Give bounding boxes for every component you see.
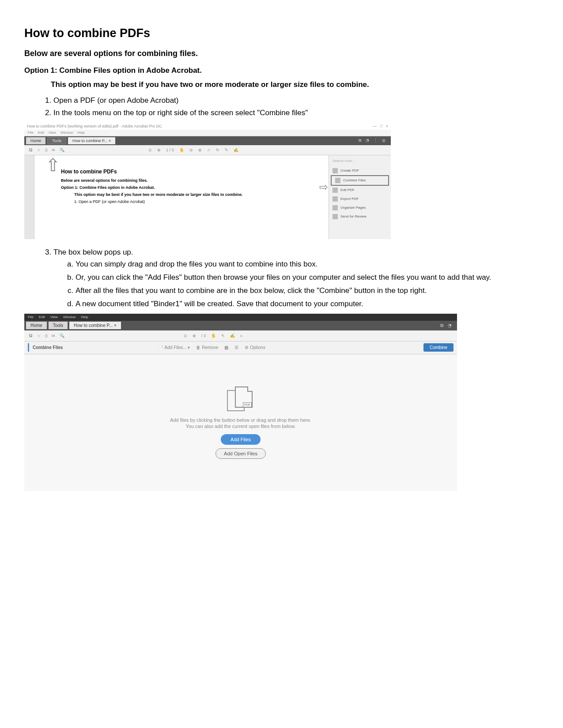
tab-tools[interactable]: Tools (47, 137, 66, 144)
combine-files-label: Combine Files (28, 343, 70, 352)
menu-window[interactable]: Window (60, 131, 73, 135)
export-pdf-icon (333, 196, 338, 202)
page-down2-icon[interactable]: ⊕ (193, 334, 196, 338)
menu2-help[interactable]: Help (81, 315, 88, 319)
tab2-home[interactable]: Home (26, 322, 47, 329)
more-icon[interactable]: ⋮ (374, 138, 378, 143)
hand-icon[interactable]: ✋ (179, 148, 184, 152)
grid-view-icon[interactable]: ▦ (224, 345, 228, 350)
edit-pdf-icon (333, 188, 338, 193)
share-icon[interactable]: ⧉ (359, 138, 361, 143)
menu2-view[interactable]: View (50, 315, 58, 319)
menu-edit[interactable]: Edit (38, 131, 44, 135)
zoom-in-icon[interactable]: ⊕ (198, 148, 202, 152)
search2-icon[interactable]: 🔍 (60, 334, 64, 338)
hand2-icon[interactable]: ✋ (211, 334, 216, 338)
window-title: How to combine PDFs (working version of … (27, 124, 162, 128)
share2-icon[interactable]: ⧉ (440, 323, 443, 328)
acrobat-screenshot-2: File Edit View Window Help Home Tools Ho… (24, 314, 457, 491)
document-preview: How to combine PDFs Below are several op… (34, 155, 329, 239)
zoom-out-icon[interactable]: ⊖ (189, 148, 193, 152)
sidebar-create-pdf[interactable]: Create PDF (329, 166, 391, 175)
combine-button[interactable]: Combine (423, 343, 453, 352)
create-pdf-icon (333, 168, 338, 173)
preview-p3: This option may be best if you have two … (74, 192, 302, 197)
sidebar-combine-files[interactable]: Combine Files (331, 175, 389, 186)
bell-icon[interactable]: ◔ (366, 138, 369, 143)
sign-icon[interactable]: ✍ (234, 148, 238, 152)
menu2-edit[interactable]: Edit (39, 315, 45, 319)
intro-text: Below are several options for combining … (24, 49, 539, 58)
preview-li1: 1. Open a PDF (or open Adobe Acrobat) (74, 199, 302, 204)
page-title: How to combine PDFs (24, 26, 539, 40)
rotate-icon[interactable]: ↻ (216, 148, 219, 152)
documents-icon: PDF (225, 387, 256, 413)
page-down-icon[interactable]: ⊕ (157, 148, 161, 152)
highlight-icon[interactable]: ✎ (225, 148, 228, 152)
preview-p2: Option 1: Combine Files option in Adobe … (61, 185, 302, 190)
step-3-sublist: You can simply drag and drop the files y… (66, 259, 539, 309)
signin-icon[interactable]: ◎ (382, 138, 385, 143)
step-3: The box below pops up. You can simply dr… (53, 247, 539, 309)
save-icon[interactable]: 🖫 (29, 148, 33, 152)
step-3c: After all the files that you want to com… (76, 285, 539, 296)
highlight2-icon[interactable]: ✎ (221, 334, 225, 338)
print-icon[interactable]: ⎙ (45, 148, 47, 152)
fit-icon[interactable]: ⤢ (207, 148, 211, 152)
mail2-icon[interactable]: ✉ (52, 334, 55, 338)
send-review-icon (333, 214, 338, 219)
sidebar-edit-pdf[interactable]: Edit PDF (329, 186, 391, 195)
page-indicator: 1 / 3 (166, 148, 174, 152)
drop-text-1: Add files by clicking the button below o… (170, 417, 311, 423)
option1-note: This option may be best if you have two … (51, 80, 539, 89)
bell2-icon[interactable]: ◔ (448, 323, 452, 328)
list-view-icon[interactable]: ☰ (234, 345, 238, 350)
tab2-document[interactable]: How to combine P... × (69, 322, 121, 329)
menu-file[interactable]: File (28, 131, 34, 135)
options-button[interactable]: ⚙ Options (245, 345, 265, 350)
search-icon[interactable]: 🔍 (60, 148, 64, 152)
step-3d: A new document titled "Binder1" will be … (76, 299, 539, 309)
save2-icon[interactable]: 🖫 (29, 334, 33, 338)
remove-button[interactable]: 🗑 Remove (196, 345, 218, 350)
add-open-files-button[interactable]: Add Open Files (215, 448, 266, 459)
sidebar-organize-pages[interactable]: Organize Pages (329, 203, 391, 212)
drop-zone[interactable]: PDF Add files by clicking the button bel… (24, 354, 457, 491)
sidebar-search[interactable]: Search tools... (329, 158, 391, 166)
page-up-icon[interactable]: ⊙ (148, 148, 152, 152)
combine-files-icon (335, 178, 340, 183)
add-files-button[interactable]: Add Files (221, 434, 261, 445)
steps-list-1: Open a PDF (or open Adobe Acrobat) In th… (41, 95, 539, 118)
star-icon[interactable]: ☆ (37, 148, 41, 152)
step-2: In the tools menu on the top or right si… (53, 108, 539, 118)
print2-icon[interactable]: ⎙ (45, 334, 47, 338)
stamp2-icon[interactable]: ⎌ (240, 334, 242, 338)
preview-p1: Below are several options for combining … (61, 178, 302, 183)
tools-sidebar: Search tools... Create PDF Combine Files… (329, 155, 391, 239)
tab-home[interactable]: Home (26, 137, 45, 144)
steps-list-2: The box below pops up. You can simply dr… (41, 247, 539, 309)
menu-help[interactable]: Help (77, 131, 84, 135)
window-controls: — □ × (373, 124, 388, 128)
organize-pages-icon (333, 205, 338, 210)
sign2-icon[interactable]: ✍ (230, 334, 235, 338)
tab-document[interactable]: How to combine P... × (68, 137, 115, 144)
page-up2-icon[interactable]: ⊙ (184, 334, 187, 338)
add-files-dropdown[interactable]: 📄 Add Files... ▾ (158, 345, 190, 350)
option1-heading: Option 1: Combine Files option in Adobe … (24, 66, 539, 75)
sidebar-send-review[interactable]: Send for Review (329, 212, 391, 221)
annotation-arrow-up: ⇧ (45, 156, 60, 174)
step-1: Open a PDF (or open Adobe Acrobat) (53, 95, 539, 106)
menu-view[interactable]: View (49, 131, 56, 135)
tab2-tools[interactable]: Tools (49, 322, 68, 329)
pdf-badge: PDF (243, 402, 252, 407)
menu2-file[interactable]: File (28, 315, 34, 319)
drop-text-2: You can also add the current open files … (185, 424, 295, 429)
step-3a: You can simply drag and drop the files y… (76, 259, 539, 270)
sidebar-export-pdf[interactable]: Export PDF (329, 195, 391, 203)
star2-icon[interactable]: ☆ (37, 334, 41, 338)
page-indicator2: / 3 (201, 334, 206, 338)
menu2-window[interactable]: Window (63, 315, 76, 319)
acrobat-screenshot-1: How to combine PDFs (working version of … (24, 123, 391, 239)
mail-icon[interactable]: ✉ (52, 148, 55, 152)
